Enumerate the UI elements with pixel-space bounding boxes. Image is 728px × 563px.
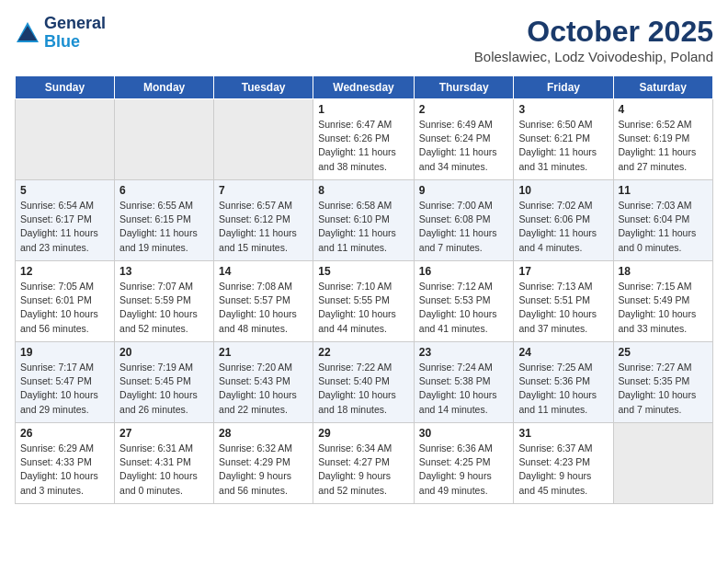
month-title: October 2025 [474, 15, 713, 49]
calendar-cell: 23Sunrise: 7:24 AM Sunset: 5:38 PM Dayli… [414, 342, 514, 423]
calendar-cell: 4Sunrise: 6:52 AM Sunset: 6:19 PM Daylig… [613, 99, 712, 180]
calendar-cell: 29Sunrise: 6:34 AM Sunset: 4:27 PM Dayli… [313, 423, 415, 504]
day-info: Sunrise: 6:34 AM Sunset: 4:27 PM Dayligh… [318, 442, 409, 498]
day-info: Sunrise: 6:57 AM Sunset: 6:12 PM Dayligh… [219, 199, 308, 255]
day-number: 9 [419, 184, 509, 197]
calendar-cell: 1Sunrise: 6:47 AM Sunset: 6:26 PM Daylig… [313, 99, 415, 180]
svg-marker-1 [18, 26, 37, 40]
day-info: Sunrise: 6:49 AM Sunset: 6:24 PM Dayligh… [419, 118, 509, 174]
day-number: 13 [119, 265, 209, 278]
day-info: Sunrise: 7:07 AM Sunset: 5:59 PM Dayligh… [119, 280, 209, 336]
day-number: 12 [20, 265, 109, 278]
day-info: Sunrise: 6:31 AM Sunset: 4:31 PM Dayligh… [119, 442, 209, 498]
weekday-header-wednesday: Wednesday [313, 76, 415, 99]
calendar-cell: 13Sunrise: 7:07 AM Sunset: 5:59 PM Dayli… [115, 261, 214, 342]
calendar-cell: 22Sunrise: 7:22 AM Sunset: 5:40 PM Dayli… [313, 342, 415, 423]
logo-icon [15, 20, 40, 46]
day-number: 21 [219, 346, 308, 359]
calendar-table: SundayMondayTuesdayWednesdayThursdayFrid… [15, 75, 713, 504]
week-row-1: 1Sunrise: 6:47 AM Sunset: 6:26 PM Daylig… [16, 99, 713, 180]
title-block: October 2025 Boleslawiec, Lodz Voivodesh… [474, 15, 713, 64]
day-info: Sunrise: 6:50 AM Sunset: 6:21 PM Dayligh… [518, 118, 608, 174]
day-info: Sunrise: 7:25 AM Sunset: 5:36 PM Dayligh… [518, 361, 608, 417]
calendar-cell [16, 99, 115, 180]
weekday-header-monday: Monday [115, 76, 214, 99]
day-info: Sunrise: 6:47 AM Sunset: 6:26 PM Dayligh… [318, 118, 409, 174]
calendar-cell [214, 99, 313, 180]
calendar-cell: 21Sunrise: 7:20 AM Sunset: 5:43 PM Dayli… [214, 342, 313, 423]
day-number: 15 [318, 265, 409, 278]
day-number: 11 [619, 184, 708, 197]
logo-text: General Blue [44, 15, 106, 52]
day-info: Sunrise: 7:22 AM Sunset: 5:40 PM Dayligh… [318, 361, 409, 417]
calendar-cell: 31Sunrise: 6:37 AM Sunset: 4:23 PM Dayli… [514, 423, 613, 504]
calendar-cell: 24Sunrise: 7:25 AM Sunset: 5:36 PM Dayli… [514, 342, 613, 423]
day-info: Sunrise: 6:52 AM Sunset: 6:19 PM Dayligh… [619, 118, 708, 174]
day-number: 10 [518, 184, 608, 197]
week-row-4: 19Sunrise: 7:17 AM Sunset: 5:47 PM Dayli… [16, 342, 713, 423]
day-number: 7 [219, 184, 308, 197]
day-info: Sunrise: 6:55 AM Sunset: 6:15 PM Dayligh… [119, 199, 209, 255]
day-info: Sunrise: 7:02 AM Sunset: 6:06 PM Dayligh… [518, 199, 608, 255]
day-info: Sunrise: 7:24 AM Sunset: 5:38 PM Dayligh… [419, 361, 509, 417]
calendar-cell: 9Sunrise: 7:00 AM Sunset: 6:08 PM Daylig… [414, 180, 514, 261]
day-info: Sunrise: 7:12 AM Sunset: 5:53 PM Dayligh… [419, 280, 509, 336]
day-info: Sunrise: 6:37 AM Sunset: 4:23 PM Dayligh… [518, 442, 608, 498]
calendar-cell [115, 99, 214, 180]
day-info: Sunrise: 7:19 AM Sunset: 5:45 PM Dayligh… [119, 361, 209, 417]
day-number: 16 [419, 265, 509, 278]
day-number: 31 [518, 427, 608, 440]
calendar-cell: 12Sunrise: 7:05 AM Sunset: 6:01 PM Dayli… [16, 261, 115, 342]
day-info: Sunrise: 7:08 AM Sunset: 5:57 PM Dayligh… [219, 280, 308, 336]
day-number: 28 [219, 427, 308, 440]
day-number: 1 [318, 103, 409, 116]
day-info: Sunrise: 7:13 AM Sunset: 5:51 PM Dayligh… [518, 280, 608, 336]
calendar-cell [613, 423, 712, 504]
weekday-header-tuesday: Tuesday [214, 76, 313, 99]
day-info: Sunrise: 7:27 AM Sunset: 5:35 PM Dayligh… [619, 361, 708, 417]
day-number: 19 [20, 346, 109, 359]
day-info: Sunrise: 7:05 AM Sunset: 6:01 PM Dayligh… [20, 280, 109, 336]
calendar-cell: 8Sunrise: 6:58 AM Sunset: 6:10 PM Daylig… [313, 180, 415, 261]
calendar-cell: 18Sunrise: 7:15 AM Sunset: 5:49 PM Dayli… [613, 261, 712, 342]
weekday-header-sunday: Sunday [16, 76, 115, 99]
calendar-cell: 16Sunrise: 7:12 AM Sunset: 5:53 PM Dayli… [414, 261, 514, 342]
calendar-cell: 19Sunrise: 7:17 AM Sunset: 5:47 PM Dayli… [16, 342, 115, 423]
day-info: Sunrise: 6:36 AM Sunset: 4:25 PM Dayligh… [419, 442, 509, 498]
day-number: 18 [619, 265, 708, 278]
day-number: 23 [419, 346, 509, 359]
day-info: Sunrise: 7:10 AM Sunset: 5:55 PM Dayligh… [318, 280, 409, 336]
week-row-5: 26Sunrise: 6:29 AM Sunset: 4:33 PM Dayli… [16, 423, 713, 504]
day-number: 5 [20, 184, 109, 197]
calendar-cell: 7Sunrise: 6:57 AM Sunset: 6:12 PM Daylig… [214, 180, 313, 261]
calendar-cell: 10Sunrise: 7:02 AM Sunset: 6:06 PM Dayli… [514, 180, 613, 261]
day-number: 29 [318, 427, 409, 440]
week-row-2: 5Sunrise: 6:54 AM Sunset: 6:17 PM Daylig… [16, 180, 713, 261]
day-info: Sunrise: 6:29 AM Sunset: 4:33 PM Dayligh… [20, 442, 109, 498]
calendar-cell: 26Sunrise: 6:29 AM Sunset: 4:33 PM Dayli… [16, 423, 115, 504]
calendar-cell: 6Sunrise: 6:55 AM Sunset: 6:15 PM Daylig… [115, 180, 214, 261]
day-info: Sunrise: 7:03 AM Sunset: 6:04 PM Dayligh… [619, 199, 708, 255]
day-number: 2 [419, 103, 509, 116]
day-number: 30 [419, 427, 509, 440]
day-number: 4 [619, 103, 708, 116]
calendar-cell: 11Sunrise: 7:03 AM Sunset: 6:04 PM Dayli… [613, 180, 712, 261]
calendar-cell: 28Sunrise: 6:32 AM Sunset: 4:29 PM Dayli… [214, 423, 313, 504]
calendar-cell: 2Sunrise: 6:49 AM Sunset: 6:24 PM Daylig… [414, 99, 514, 180]
calendar-cell: 30Sunrise: 6:36 AM Sunset: 4:25 PM Dayli… [414, 423, 514, 504]
day-number: 14 [219, 265, 308, 278]
calendar-cell: 5Sunrise: 6:54 AM Sunset: 6:17 PM Daylig… [16, 180, 115, 261]
day-info: Sunrise: 7:20 AM Sunset: 5:43 PM Dayligh… [219, 361, 308, 417]
calendar-body: 1Sunrise: 6:47 AM Sunset: 6:26 PM Daylig… [16, 99, 713, 504]
day-number: 22 [318, 346, 409, 359]
calendar-cell: 27Sunrise: 6:31 AM Sunset: 4:31 PM Dayli… [115, 423, 214, 504]
weekday-header-saturday: Saturday [613, 76, 712, 99]
calendar-cell: 15Sunrise: 7:10 AM Sunset: 5:55 PM Dayli… [313, 261, 415, 342]
week-row-3: 12Sunrise: 7:05 AM Sunset: 6:01 PM Dayli… [16, 261, 713, 342]
calendar-cell: 17Sunrise: 7:13 AM Sunset: 5:51 PM Dayli… [514, 261, 613, 342]
day-info: Sunrise: 6:58 AM Sunset: 6:10 PM Dayligh… [318, 199, 409, 255]
day-info: Sunrise: 7:00 AM Sunset: 6:08 PM Dayligh… [419, 199, 509, 255]
page-header: General Blue October 2025 Boleslawiec, L… [15, 15, 713, 64]
weekday-header-row: SundayMondayTuesdayWednesdayThursdayFrid… [16, 76, 713, 99]
day-number: 8 [318, 184, 409, 197]
